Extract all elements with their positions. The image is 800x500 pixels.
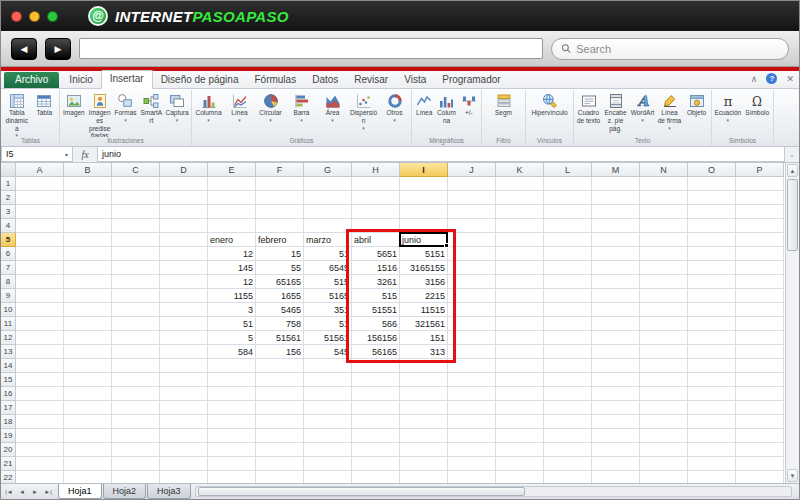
first-sheet-button[interactable]: |◄ xyxy=(4,486,14,498)
cell-f18[interactable] xyxy=(256,415,304,429)
cell-n19[interactable] xyxy=(640,429,688,443)
cell-f8[interactable]: 65165 xyxy=(256,275,304,289)
window-zoom-button[interactable] xyxy=(47,11,58,22)
ribbon-tab-formulas[interactable]: Fórmulas xyxy=(246,72,304,88)
cell-k3[interactable] xyxy=(496,205,544,219)
cell-c5[interactable] xyxy=(112,233,160,247)
cell-d5[interactable] xyxy=(160,233,208,247)
cell-j15[interactable] xyxy=(448,373,496,387)
cell-b18[interactable] xyxy=(64,415,112,429)
cell-p8[interactable] xyxy=(736,275,784,289)
cell-a21[interactable] xyxy=(16,457,64,471)
cell-i14[interactable] xyxy=(400,359,448,373)
cell-n18[interactable] xyxy=(640,415,688,429)
back-button[interactable]: ◀ xyxy=(11,38,37,60)
cell-l13[interactable] xyxy=(544,345,592,359)
cell-c12[interactable] xyxy=(112,331,160,345)
cell-o6[interactable] xyxy=(688,247,736,261)
cell-l3[interactable] xyxy=(544,205,592,219)
cell-a3[interactable] xyxy=(16,205,64,219)
vertical-scrollbar[interactable]: ▲ ▼ xyxy=(785,163,799,483)
cell-f1[interactable] xyxy=(256,177,304,191)
cell-f7[interactable]: 55 xyxy=(256,261,304,275)
cell-h10[interactable]: 51551 xyxy=(352,303,400,317)
cell-a12[interactable] xyxy=(16,331,64,345)
column-header-j[interactable]: J xyxy=(448,163,496,177)
horizontal-scrollbar-thumb[interactable] xyxy=(198,487,525,496)
cell-l4[interactable] xyxy=(544,219,592,233)
row-header-2[interactable]: 2 xyxy=(1,191,16,205)
cell-e5[interactable]: enero xyxy=(208,233,256,247)
cell-k4[interactable] xyxy=(496,219,544,233)
cell-g1[interactable] xyxy=(304,177,352,191)
cell-e14[interactable] xyxy=(208,359,256,373)
cell-f5[interactable]: febrero xyxy=(256,233,304,247)
cell-a2[interactable] xyxy=(16,191,64,205)
ribbon-button-wordart[interactable]: AWordArt▾ xyxy=(629,90,656,137)
cell-p4[interactable] xyxy=(736,219,784,233)
cell-g18[interactable] xyxy=(304,415,352,429)
cell-e6[interactable]: 12 xyxy=(208,247,256,261)
cell-m12[interactable] xyxy=(592,331,640,345)
row-header-14[interactable]: 14 xyxy=(1,359,16,373)
ribbon-button-dispersion[interactable]: Dispersión▾ xyxy=(348,90,379,137)
cell-a4[interactable] xyxy=(16,219,64,233)
cell-k21[interactable] xyxy=(496,457,544,471)
cell-i8[interactable]: 3156 xyxy=(400,275,448,289)
cell-i1[interactable] xyxy=(400,177,448,191)
scroll-down-icon[interactable]: ▼ xyxy=(787,469,798,482)
cell-k2[interactable] xyxy=(496,191,544,205)
cell-k13[interactable] xyxy=(496,345,544,359)
cell-m5[interactable] xyxy=(592,233,640,247)
cell-j20[interactable] xyxy=(448,443,496,457)
cell-k20[interactable] xyxy=(496,443,544,457)
cell-f3[interactable] xyxy=(256,205,304,219)
cell-h7[interactable]: 1516 xyxy=(352,261,400,275)
cell-g15[interactable] xyxy=(304,373,352,387)
ribbon-tab-insertar[interactable]: Insertar xyxy=(101,70,153,89)
cell-i20[interactable] xyxy=(400,443,448,457)
column-header-d[interactable]: D xyxy=(160,163,208,177)
cell-c19[interactable] xyxy=(112,429,160,443)
cell-m19[interactable] xyxy=(592,429,640,443)
cell-e4[interactable] xyxy=(208,219,256,233)
cell-n2[interactable] xyxy=(640,191,688,205)
cell-g5[interactable]: marzo xyxy=(304,233,352,247)
column-header-e[interactable]: E xyxy=(208,163,256,177)
cell-d20[interactable] xyxy=(160,443,208,457)
cell-o5[interactable] xyxy=(688,233,736,247)
cell-l18[interactable] xyxy=(544,415,592,429)
ribbon-button-circular[interactable]: Circular▾ xyxy=(255,90,286,137)
ribbon-button-captura[interactable]: Captura▾ xyxy=(164,90,190,137)
cell-h14[interactable] xyxy=(352,359,400,373)
cell-c21[interactable] xyxy=(112,457,160,471)
row-header-8[interactable]: 8 xyxy=(1,275,16,289)
cell-h19[interactable] xyxy=(352,429,400,443)
cell-e8[interactable]: 12 xyxy=(208,275,256,289)
ribbon-button-cuadro-de-texto[interactable]: Cuadro de texto xyxy=(575,90,602,137)
cell-p22[interactable] xyxy=(736,471,784,483)
cell-p6[interactable] xyxy=(736,247,784,261)
cell-c9[interactable] xyxy=(112,289,160,303)
cell-n7[interactable] xyxy=(640,261,688,275)
row-header-3[interactable]: 3 xyxy=(1,205,16,219)
cell-i12[interactable]: 151 xyxy=(400,331,448,345)
cell-o4[interactable] xyxy=(688,219,736,233)
ribbon-button-segm[interactable]: Segm xyxy=(483,90,524,137)
ribbon-button-tabla[interactable]: Tabla xyxy=(31,90,59,137)
cell-o8[interactable] xyxy=(688,275,736,289)
cell-k16[interactable] xyxy=(496,387,544,401)
cell-d9[interactable] xyxy=(160,289,208,303)
cell-e16[interactable] xyxy=(208,387,256,401)
cell-m8[interactable] xyxy=(592,275,640,289)
cell-n12[interactable] xyxy=(640,331,688,345)
cell-f9[interactable]: 1655 xyxy=(256,289,304,303)
cell-p20[interactable] xyxy=(736,443,784,457)
row-header-22[interactable]: 22 xyxy=(1,471,16,483)
ribbon-button-smartart[interactable]: SmartArt xyxy=(138,90,164,137)
cell-j16[interactable] xyxy=(448,387,496,401)
cell-k1[interactable] xyxy=(496,177,544,191)
cell-b21[interactable] xyxy=(64,457,112,471)
cell-m16[interactable] xyxy=(592,387,640,401)
ribbon-button-columna[interactable]: Columna xyxy=(435,90,457,137)
